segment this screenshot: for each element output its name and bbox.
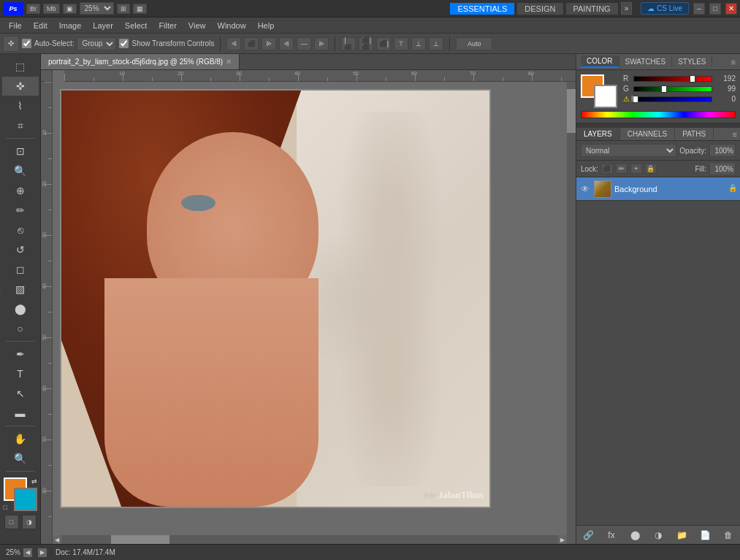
color-spectrum[interactable] xyxy=(581,111,736,118)
workspace-essentials-button[interactable]: ESSENTIALS xyxy=(450,3,514,15)
auto-select-checkbox[interactable] xyxy=(22,39,31,48)
status-nav-next[interactable]: ▶ xyxy=(38,548,47,557)
zoom-select[interactable]: 25% xyxy=(80,2,114,15)
background-color[interactable] xyxy=(14,488,37,511)
workspace-design-button[interactable]: DESIGN xyxy=(517,3,562,15)
horizontal-scrollbar-thumb[interactable] xyxy=(111,535,169,544)
magic-wand-tool[interactable]: ⌗ xyxy=(2,116,39,135)
tab-paths[interactable]: PATHS xyxy=(675,128,714,140)
h-scroll-prev[interactable]: ◀ xyxy=(53,535,61,544)
eyedropper-tool[interactable]: 🔍 xyxy=(2,161,39,180)
align-bottom-button[interactable]: ⫸ xyxy=(314,37,329,50)
delete-layer-button[interactable]: 🗑 xyxy=(721,529,736,542)
vertical-scrollbar[interactable] xyxy=(567,82,576,535)
tab-layers[interactable]: LAYERS xyxy=(576,128,620,140)
horizontal-scrollbar[interactable]: ◀ ▶ xyxy=(53,535,567,544)
distribute-center-h-button[interactable]: ⊥ xyxy=(411,37,426,50)
view-mode-button[interactable]: ▣ xyxy=(63,4,77,14)
opacity-input[interactable] xyxy=(709,144,736,157)
shape-tool[interactable]: ▬ xyxy=(2,404,39,423)
dodge-tool[interactable]: ○ xyxy=(2,319,39,338)
layer-item-background[interactable]: 👁 Background 🔒 xyxy=(576,177,740,201)
standard-mode-button[interactable]: □ xyxy=(4,515,19,529)
tab-channels[interactable]: CHANNELS xyxy=(620,128,675,140)
new-adjustment-button[interactable]: ◑ xyxy=(651,529,665,542)
tab-styles[interactable]: STYLES xyxy=(672,56,712,67)
hand-tool[interactable]: ✋ xyxy=(2,429,39,448)
align-center-v-button[interactable]: ⬛ xyxy=(244,37,259,50)
file-tab-close[interactable]: ✕ xyxy=(226,58,232,66)
type-tool[interactable]: T xyxy=(2,364,39,383)
layers-panel-menu-button[interactable]: ≡ xyxy=(730,128,740,140)
slider-b[interactable] xyxy=(633,96,712,102)
distribute-bottom-button[interactable]: ⊥ xyxy=(429,37,443,50)
distribute-right-button[interactable]: ⬛| xyxy=(376,37,391,50)
file-tab[interactable]: portrait_2_by_liam_stock-d5j6drq.jpg @ 2… xyxy=(41,54,240,69)
link-layers-button[interactable]: 🔗 xyxy=(581,529,595,542)
distribute-center-v-button[interactable]: ⬛|⬛ xyxy=(359,37,373,50)
blur-tool[interactable]: ⬤ xyxy=(2,299,39,318)
menu-view[interactable]: View xyxy=(183,20,212,31)
default-colors-icon[interactable]: □ xyxy=(4,504,7,511)
canvas-scroll[interactable]: ▶▶ JalanTikus ◀ ▶ xyxy=(53,82,576,544)
move-tool[interactable]: ✜ xyxy=(2,77,39,96)
slider-g-thumb[interactable] xyxy=(661,85,667,93)
lock-move-button[interactable]: + xyxy=(630,164,642,174)
blend-mode-select[interactable]: Normal Multiply Screen Overlay xyxy=(581,144,676,157)
layer-visibility-eye[interactable]: 👁 xyxy=(579,183,591,195)
lock-all-button[interactable]: 🔒 xyxy=(645,164,657,174)
brush-tool[interactable]: ✏ xyxy=(2,201,39,220)
lock-pixels-button[interactable]: ⬛ xyxy=(601,164,613,174)
add-mask-button[interactable]: ⬤ xyxy=(628,529,642,542)
workspace-more-button[interactable]: » xyxy=(621,2,633,15)
auto-align-button[interactable]: Auto xyxy=(456,37,492,50)
align-top-button[interactable]: ⫷ xyxy=(279,37,294,50)
new-layer-button[interactable]: 📄 xyxy=(698,529,712,542)
window-restore-button[interactable]: □ xyxy=(709,3,721,15)
lock-position-button[interactable]: ✏ xyxy=(616,164,628,174)
pen-tool[interactable]: ✒ xyxy=(2,345,39,364)
menu-help[interactable]: Help xyxy=(252,20,281,31)
show-transform-checkbox[interactable] xyxy=(119,39,129,48)
window-close-button[interactable]: ✕ xyxy=(725,3,737,15)
new-group-button[interactable]: 📁 xyxy=(674,529,689,542)
swap-colors-icon[interactable]: ⇄ xyxy=(31,477,37,485)
healing-brush-tool[interactable]: ⊕ xyxy=(2,181,39,200)
bridge-button[interactable]: Br xyxy=(26,4,40,14)
zoom-tool[interactable]: 🔍 xyxy=(2,449,39,468)
layer-styles-button[interactable]: fx xyxy=(604,529,619,542)
slider-b-thumb[interactable] xyxy=(633,96,638,103)
eraser-tool[interactable]: ◻ xyxy=(2,260,39,279)
auto-select-dropdown[interactable]: Group Layer xyxy=(77,37,116,50)
slider-r[interactable] xyxy=(633,76,712,82)
distribute-left-button[interactable]: |⬛ xyxy=(341,37,356,50)
status-nav-prev[interactable]: ◀ xyxy=(23,548,32,557)
crop-tool[interactable]: ⊡ xyxy=(2,142,39,161)
menu-edit[interactable]: Edit xyxy=(28,20,53,31)
slider-g[interactable] xyxy=(633,86,712,92)
h-scroll-next[interactable]: ▶ xyxy=(558,535,567,544)
menu-file[interactable]: File xyxy=(3,20,28,31)
vertical-scrollbar-thumb[interactable] xyxy=(567,89,576,133)
path-selection-tool[interactable]: ↖ xyxy=(2,384,39,403)
canvas-layout-button[interactable]: ⊞ xyxy=(117,4,130,14)
quick-mask-button[interactable]: ◑ xyxy=(22,515,37,529)
gradient-tool[interactable]: ▧ xyxy=(2,280,39,299)
slider-r-thumb[interactable] xyxy=(690,75,695,83)
tab-swatches[interactable]: SWATCHES xyxy=(619,56,673,67)
align-left-button[interactable]: ⫷ xyxy=(226,37,241,50)
tab-color[interactable]: COLOR xyxy=(581,55,619,68)
menu-window[interactable]: Window xyxy=(212,20,252,31)
workspace-painting-button[interactable]: PAINTING xyxy=(566,3,618,15)
marquee-tool[interactable]: ⬚ xyxy=(2,57,39,76)
history-brush-tool[interactable]: ↺ xyxy=(2,240,39,259)
menu-layer[interactable]: Layer xyxy=(87,20,119,31)
screen-mode-button[interactable]: ▦ xyxy=(133,4,147,14)
clone-stamp-tool[interactable]: ⎋ xyxy=(2,220,39,239)
distribute-top-button[interactable]: ⊤ xyxy=(394,37,408,50)
minibride-button[interactable]: Mb xyxy=(43,4,60,14)
menu-image[interactable]: Image xyxy=(53,20,88,31)
menu-filter[interactable]: Filter xyxy=(153,20,182,31)
cs-live-button[interactable]: ☁ CS Live xyxy=(641,2,689,15)
window-minimize-button[interactable]: – xyxy=(693,3,705,15)
